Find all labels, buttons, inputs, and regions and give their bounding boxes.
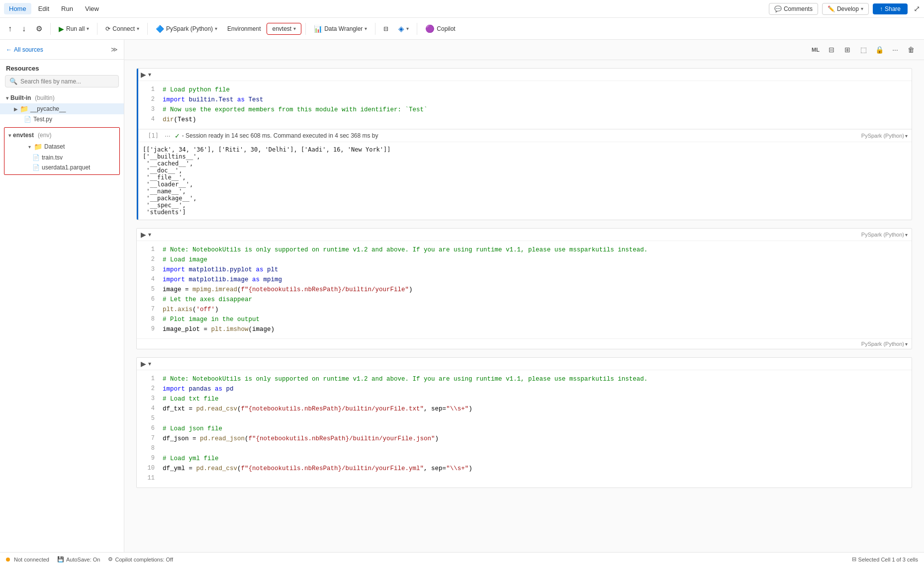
selected-cell-icon: ⊟ — [852, 556, 856, 563]
envtest-section: ▾ envtest (env) ▾ 📁 Dataset 📄 train.tsv — [4, 127, 120, 175]
trash-icon: 🗑 — [908, 46, 915, 54]
table-icon: ⊟ — [829, 46, 834, 54]
dataset-folder-icon: 📁 — [34, 143, 42, 151]
notebook-copy-button[interactable]: ⬚ — [856, 43, 870, 57]
status-right: ⊟ Selected Cell 1 of 3 cells — [852, 556, 918, 563]
code-line: 2 import pandas as pd — [137, 384, 912, 394]
share-button[interactable]: ↑ Share — [873, 3, 908, 14]
notebook-delete-button[interactable]: 🗑 — [904, 43, 918, 57]
dots-icon[interactable]: ··· — [165, 132, 171, 140]
cell-2: ▶ ▾ PySpark (Python) ▾ 1 # Note: Noteboo… — [136, 228, 912, 349]
userdata-parquet-item[interactable]: 📄 userdata1.parquet — [24, 162, 119, 172]
chevron-cell2-footer-icon: ▾ — [905, 341, 908, 347]
separator-3 — [147, 23, 148, 35]
collapse-sidebar-button[interactable]: ≫ — [111, 46, 118, 53]
menu-run[interactable]: Run — [56, 3, 78, 14]
notebook-grid-button[interactable]: ⊞ — [840, 43, 854, 57]
code-line: 10 df_yml = pd.read_csv(f"{notebookutils… — [137, 464, 912, 474]
cell-1: ▶ ▾ 1 # Load python file 2 import builti… — [136, 68, 912, 220]
chevron-down-icon: ▾ — [861, 6, 863, 11]
cell-1-code[interactable]: 1 # Load python file 2 import builtin.Te… — [137, 81, 912, 129]
menu-view[interactable]: View — [80, 3, 104, 14]
environment-button[interactable]: Environment — [223, 23, 265, 34]
autosave-icon: 💾 — [57, 556, 64, 563]
cell-2-collapse-button[interactable]: ▾ — [148, 231, 151, 238]
code-line: 9 image_plot = plt.imshow(image) — [137, 324, 912, 334]
run-icon: ▶ — [59, 25, 64, 33]
settings-button[interactable]: ⚙ — [32, 22, 46, 35]
notebook-lock-button[interactable]: 🔒 — [872, 43, 886, 57]
comments-button[interactable]: 💬 Comments — [769, 3, 818, 15]
menu-home[interactable]: Home — [4, 3, 31, 14]
cell-3-code[interactable]: 1 # Note: NotebookUtils is only supporte… — [137, 370, 912, 487]
train-tsv-icon: 📄 — [32, 154, 40, 161]
share-icon: ↑ — [880, 5, 883, 12]
builtin-section: ▾ Built-in (builtin) ▶ 📁 __pycache__ 📄 T… — [0, 91, 124, 125]
output-number: [1] — [141, 132, 159, 139]
separator-4 — [305, 23, 306, 35]
cell-2-footer: PySpark (Python) ▾ — [137, 338, 912, 349]
split-icon: ⊟ — [383, 25, 388, 32]
run-all-button[interactable]: ▶ Run all ▾ — [55, 23, 93, 35]
test-py-item[interactable]: 📄 Test.py — [0, 114, 124, 124]
code-line: 4 import matplotlib.image as mpimg — [137, 275, 912, 285]
cell-2-controls: ▶ ▾ PySpark (Python) ▾ — [137, 229, 912, 241]
copy-icon: ⬚ — [860, 46, 867, 54]
connect-button[interactable]: ⟳ Connect ▾ — [101, 23, 143, 34]
cell-3-collapse-button[interactable]: ▾ — [148, 360, 151, 367]
notebook-table-button[interactable]: ⊟ — [825, 43, 838, 57]
split-view-button[interactable]: ⊟ — [379, 23, 392, 34]
envtest-badge[interactable]: envtest ▾ — [267, 23, 301, 35]
cell-1-collapse-button[interactable]: ▾ — [148, 71, 151, 78]
autosave-label: AutoSave: On — [66, 557, 100, 563]
output-status-text: - Session ready in 14 sec 608 ms. Comman… — [182, 132, 378, 139]
code-line: 4 dir(Test) — [137, 115, 912, 125]
cell-3-controls: ▶ ▾ — [137, 358, 912, 370]
develop-button[interactable]: ✏️ Develop ▾ — [822, 3, 869, 15]
pycache-folder-item[interactable]: ▶ 📁 __pycache__ — [0, 103, 124, 114]
copilot-icon: 🟣 — [425, 24, 435, 33]
cell-3-run-button[interactable]: ▶ — [141, 360, 146, 368]
chevron-env-icon: ▾ — [293, 26, 296, 31]
menu-edit[interactable]: Edit — [33, 3, 54, 14]
cell-3: ▶ ▾ 1 # Note: NotebookUtils is only supp… — [136, 357, 912, 488]
more-icon: ··· — [892, 46, 898, 54]
add-above-button[interactable]: ↑ — [4, 22, 16, 35]
not-connected-label: Not connected — [14, 557, 49, 563]
code-line: 8 — [137, 444, 912, 454]
cell-1-output-header: [1] ··· ✓ - Session ready in 14 sec 608 … — [137, 129, 912, 142]
search-files-box[interactable]: 🔍 — [5, 75, 119, 87]
builtin-section-header[interactable]: ▾ Built-in (builtin) — [0, 92, 124, 103]
chevron-vs-icon: ▾ — [406, 26, 409, 31]
code-line: 6 # Load json file — [137, 424, 912, 434]
connection-status: Not connected — [6, 557, 49, 563]
train-tsv-item[interactable]: 📄 train.tsv — [24, 153, 119, 162]
copilot-button[interactable]: 🟣 Copilot — [421, 22, 459, 35]
pyspark-button[interactable]: 🔷 PySpark (Python) ▾ — [152, 23, 221, 35]
code-line: 4 df_txt = pd.read_csv(f"{notebookutils.… — [137, 404, 912, 414]
search-input[interactable] — [20, 78, 114, 85]
cell-1-controls: ▶ ▾ — [137, 69, 912, 81]
file-icon: 📄 — [24, 116, 31, 123]
cell-2-lang-footer: PySpark (Python) — [861, 341, 904, 347]
notebook-top-actions: ML ⊟ ⊞ ⬚ 🔒 ··· 🗑 — [124, 40, 924, 60]
dataset-folder-item[interactable]: ▾ 📁 Dataset — [10, 141, 119, 153]
code-line: 1 # Note: NotebookUtils is only supporte… — [137, 245, 912, 255]
copilot-status: ⚙ Copilot completions: Off — [108, 556, 173, 563]
notebook-ml-button[interactable]: ML — [809, 43, 823, 57]
copilot-status-icon: ⚙ — [108, 556, 113, 563]
notebook-more-button[interactable]: ··· — [888, 43, 902, 57]
add-below-icon: ↓ — [22, 24, 26, 33]
main-layout: ← All sources ≫ Resources 🔍 ▾ Built-in (… — [0, 40, 924, 552]
cell-2-code[interactable]: 1 # Note: NotebookUtils is only supporte… — [137, 241, 912, 338]
cell-1-run-button[interactable]: ▶ — [141, 71, 146, 79]
data-wrangler-button[interactable]: 📊 Data Wrangler ▾ — [310, 23, 371, 35]
envtest-section-header[interactable]: ▾ envtest (env) — [4, 130, 119, 141]
vscode-button[interactable]: ◈ ▾ — [394, 22, 413, 35]
add-below-button[interactable]: ↓ — [18, 22, 30, 35]
main-toolbar: ↑ ↓ ⚙ ▶ Run all ▾ ⟳ Connect ▾ 🔷 PySpark … — [0, 18, 924, 40]
pyspark-lang-label: PySpark (Python) — [861, 133, 904, 139]
cell-2-run-button[interactable]: ▶ — [141, 231, 146, 239]
chevron-pyspark-icon: ▾ — [215, 26, 217, 31]
back-to-sources-button[interactable]: ← All sources — [6, 46, 43, 53]
